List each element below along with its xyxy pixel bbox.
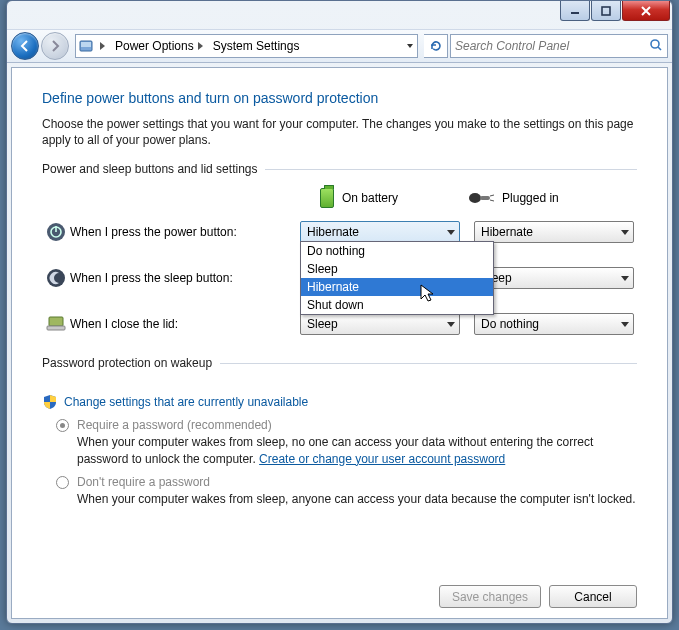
group-label: Power and sleep buttons and lid settings [42, 162, 257, 176]
chevron-down-icon [447, 322, 455, 327]
chevron-right-icon [198, 42, 203, 50]
titlebar [7, 1, 672, 29]
cancel-button[interactable]: Cancel [549, 585, 637, 608]
group-power-buttons: Power and sleep buttons and lid settings [42, 162, 637, 176]
minimize-button[interactable] [560, 1, 590, 21]
address-dropdown-button[interactable] [401, 35, 417, 57]
control-panel-icon [76, 38, 96, 54]
column-on-battery: On battery [320, 188, 398, 208]
shield-icon [42, 394, 58, 410]
button-label: Save changes [452, 590, 528, 604]
radio-dont-require-password: Don't require a password When your compu… [56, 475, 637, 507]
breadcrumb-item-power-options[interactable]: Power Options [111, 35, 209, 57]
search-icon [649, 38, 663, 55]
combo-power-battery[interactable]: Hibernate [300, 221, 460, 243]
divider [220, 363, 637, 364]
create-password-link[interactable]: Create or change your user account passw… [259, 452, 505, 466]
dropdown-menu: Do nothing Sleep Hibernate Shut down [300, 241, 494, 315]
svg-point-6 [469, 193, 481, 203]
group-password-wakeup: Password protection on wakeup [42, 356, 637, 370]
radio-description: When your computer wakes from sleep, any… [77, 491, 637, 507]
svg-rect-0 [571, 12, 579, 14]
group-label: Password protection on wakeup [42, 356, 212, 370]
refresh-button[interactable] [424, 34, 448, 58]
breadcrumb-label: Power Options [115, 39, 194, 53]
save-button[interactable]: Save changes [439, 585, 541, 608]
combo-lid-plugged[interactable]: Do nothing [474, 313, 634, 335]
chevron-down-icon [621, 276, 629, 281]
svg-line-9 [490, 200, 494, 201]
maximize-button[interactable] [591, 1, 621, 21]
navbar: Power Options System Settings Search Con… [7, 29, 672, 63]
page-description: Choose the power settings that you want … [42, 116, 637, 148]
combo-value: Sleep [307, 317, 338, 331]
power-icon [42, 222, 70, 242]
address-bar[interactable]: Power Options System Settings [75, 34, 418, 58]
column-headers: On battery Plugged in [320, 188, 637, 208]
radio-input [56, 476, 69, 489]
combo-lid-battery[interactable]: Sleep [300, 313, 460, 335]
battery-icon [320, 188, 334, 208]
radio-title: Require a password (recommended) [77, 418, 637, 432]
combo-value: Do nothing [481, 317, 539, 331]
option-label: Shut down [307, 298, 364, 312]
option-label: Hibernate [307, 280, 359, 294]
row-label: When I close the lid: [70, 317, 300, 331]
moon-icon [42, 268, 70, 288]
row-label: When I press the power button: [70, 225, 300, 239]
back-button[interactable] [11, 32, 39, 60]
plug-icon [468, 191, 494, 205]
chevron-down-icon [621, 322, 629, 327]
svg-line-8 [490, 195, 494, 196]
svg-rect-3 [81, 42, 91, 47]
svg-point-4 [651, 40, 659, 48]
settings-grid: When I press the power button: Hibernate… [42, 218, 637, 356]
window-frame: Power Options System Settings Search Con… [6, 0, 673, 624]
combo-value: Hibernate [307, 225, 359, 239]
content-panel: Define power buttons and turn on passwor… [11, 67, 668, 619]
option-label: Sleep [307, 262, 338, 276]
forward-button[interactable] [41, 32, 69, 60]
change-unavailable-link[interactable]: Change settings that are currently unava… [64, 395, 308, 409]
combo-power-plugged[interactable]: Hibernate [474, 221, 634, 243]
radio-input [56, 419, 69, 432]
close-button[interactable] [622, 1, 670, 21]
dropdown-option[interactable]: Sleep [301, 260, 493, 278]
option-label: Do nothing [307, 244, 365, 258]
radio-title: Don't require a password [77, 475, 637, 489]
breadcrumb-label: System Settings [213, 39, 300, 53]
column-label: On battery [342, 191, 398, 205]
column-label: Plugged in [502, 191, 559, 205]
svg-line-5 [658, 47, 661, 50]
row-label: When I press the sleep button: [70, 271, 300, 285]
page-title: Define power buttons and turn on passwor… [42, 90, 637, 106]
button-label: Cancel [574, 590, 611, 604]
combo-value: Hibernate [481, 225, 533, 239]
password-section: Change settings that are currently unava… [42, 394, 637, 509]
svg-rect-7 [480, 196, 490, 200]
column-plugged-in: Plugged in [468, 188, 559, 208]
laptop-icon [42, 315, 70, 333]
breadcrumb-item-system-settings[interactable]: System Settings [209, 35, 306, 57]
chevron-down-icon [621, 230, 629, 235]
radio-description: When your computer wakes from sleep, no … [77, 434, 637, 466]
search-input[interactable]: Search Control Panel [450, 34, 668, 58]
combo-sleep-plugged[interactable]: Sleep [474, 267, 634, 289]
divider [265, 169, 637, 170]
svg-rect-1 [602, 7, 610, 15]
svg-rect-15 [47, 326, 65, 330]
search-placeholder: Search Control Panel [455, 39, 569, 53]
dropdown-option[interactable]: Shut down [301, 296, 493, 314]
chevron-down-icon [447, 230, 455, 235]
radio-require-password: Require a password (recommended) When yo… [56, 418, 637, 466]
dropdown-option[interactable]: Do nothing [301, 242, 493, 260]
breadcrumb-sep[interactable] [96, 35, 111, 57]
footer: Save changes Cancel [42, 575, 637, 608]
svg-rect-14 [49, 317, 63, 326]
dropdown-option[interactable]: Hibernate [301, 278, 493, 296]
